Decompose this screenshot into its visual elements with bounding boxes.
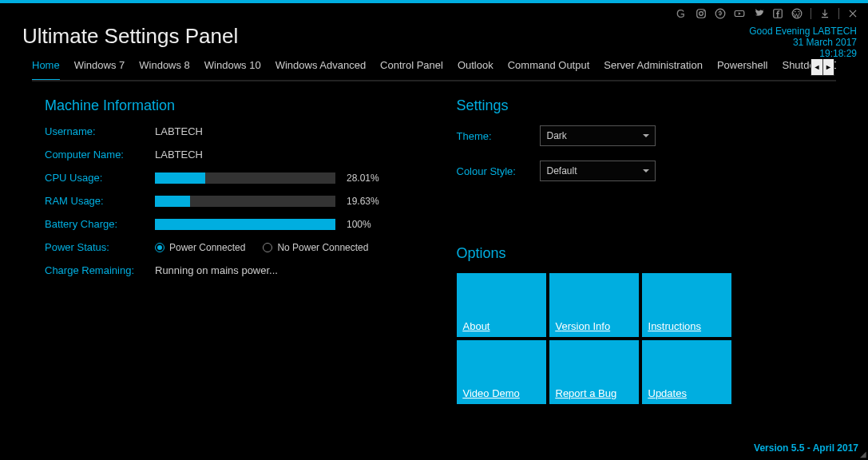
ram-usage-label: RAM Usage:	[45, 195, 155, 207]
greeting-block: Good Evening LABTECH 31 March 2017 19:18…	[749, 26, 857, 59]
header-icons: G	[676, 8, 858, 19]
username-value: LABTECH	[155, 125, 203, 137]
download-icon[interactable]	[819, 8, 830, 19]
greeting-line: Good Evening LABTECH	[749, 26, 857, 37]
separator	[811, 8, 811, 19]
tab-command-output[interactable]: Command Output	[508, 59, 590, 80]
svg-point-2	[704, 10, 704, 11]
theme-select[interactable]: Dark	[540, 125, 656, 146]
tab-windows-7[interactable]: Windows 7	[74, 59, 125, 80]
machine-info-heading: Machine Information	[45, 97, 425, 114]
battery-charge-value: 100%	[347, 219, 371, 230]
chevron-down-icon	[642, 132, 650, 140]
tab-scroll-arrows: ◄ ►	[811, 59, 834, 76]
tab-windows-10[interactable]: Windows 10	[204, 59, 261, 80]
tile-version-info[interactable]: Version Info	[549, 273, 639, 337]
tile-updates[interactable]: Updates	[642, 340, 731, 404]
theme-label: Theme:	[457, 130, 540, 142]
no-power-connected-radio[interactable]: No Power Connected	[263, 242, 368, 253]
tab-outlook[interactable]: Outlook	[458, 59, 493, 80]
greeting-time: 19:18:29	[749, 48, 857, 59]
cpu-bar	[155, 172, 335, 184]
battery-charge-label: Battery Charge:	[45, 218, 155, 230]
close-icon[interactable]	[847, 8, 858, 19]
tile-report-a-bug[interactable]: Report a Bug	[549, 340, 639, 404]
cpu-usage-label: CPU Usage:	[45, 172, 155, 184]
youtube-icon[interactable]	[734, 8, 745, 19]
computer-name-label: Computer Name:	[45, 149, 155, 161]
machine-info-panel: Machine Information Username:LABTECH Com…	[45, 97, 425, 404]
google-icon[interactable]: G	[676, 8, 688, 19]
options-heading: Options	[457, 245, 837, 262]
tab-scroll-right[interactable]: ►	[822, 59, 834, 75]
cpu-usage-value: 28.01%	[347, 172, 379, 184]
tab-control-panel[interactable]: Control Panel	[380, 59, 443, 80]
ram-usage-value: 19.63%	[347, 196, 379, 207]
tab-scroll-left[interactable]: ◄	[811, 59, 822, 75]
tab-powershell[interactable]: Powershell	[717, 59, 768, 80]
facebook-icon[interactable]	[772, 8, 783, 19]
power-status-label: Power Status:	[45, 241, 155, 253]
username-label: Username:	[45, 125, 155, 137]
settings-heading: Settings	[457, 97, 837, 114]
separator	[838, 8, 839, 19]
colour-style-select[interactable]: Default	[540, 161, 656, 181]
tab-windows-advanced[interactable]: Windows Advanced	[275, 59, 366, 80]
battery-bar	[155, 219, 335, 230]
resize-grip[interactable]: ◢	[860, 450, 866, 458]
svg-point-1	[700, 12, 704, 16]
twitter-icon[interactable]	[753, 8, 764, 19]
instagram-icon[interactable]	[696, 8, 707, 19]
charge-remaining-label: Charge Remaining:	[45, 264, 155, 276]
tile-video-demo[interactable]: Video Demo	[457, 340, 546, 404]
option-tiles: AboutVersion InfoInstructionsVideo DemoR…	[457, 273, 736, 404]
tile-about[interactable]: About	[457, 273, 546, 337]
app-title: Ultimate Settings Panel	[22, 24, 238, 49]
tile-instructions[interactable]: Instructions	[642, 273, 731, 337]
charge-remaining-value: Running on mains power...	[155, 264, 278, 276]
tab-windows-8[interactable]: Windows 8	[139, 59, 190, 80]
footer-version: Version 5.5 - April 2017	[754, 442, 858, 454]
colour-style-label: Colour Style:	[457, 165, 540, 177]
greeting-date: 31 March 2017	[749, 37, 857, 48]
computer-name-value: LABTECH	[155, 149, 203, 161]
right-column: Settings Theme: Dark Colour Style: Defau…	[457, 97, 837, 404]
wordpress-icon[interactable]	[791, 8, 803, 19]
chevron-down-icon	[642, 167, 650, 175]
tab-home[interactable]: Home	[32, 59, 60, 81]
pinterest-icon[interactable]	[715, 8, 726, 19]
tab-bar: HomeWindows 7Windows 8Windows 10Windows …	[32, 59, 836, 81]
tab-server-administration[interactable]: Server Administration	[604, 59, 703, 80]
power-connected-radio[interactable]: Power Connected	[155, 242, 245, 253]
ram-bar	[155, 196, 335, 207]
